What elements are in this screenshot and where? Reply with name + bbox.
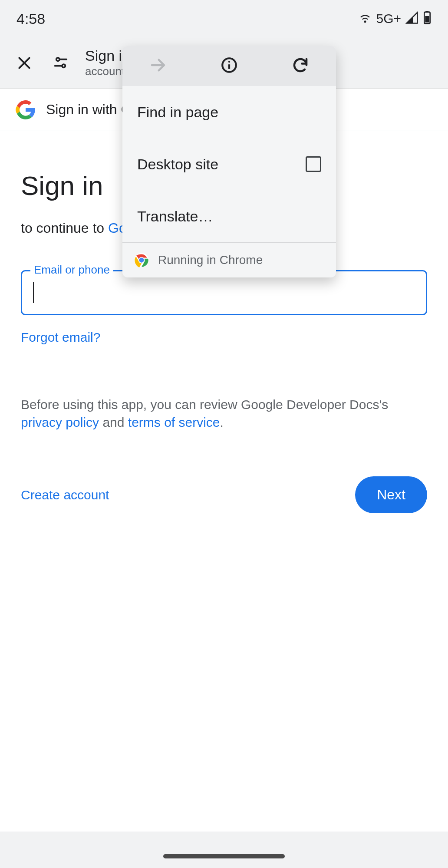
menu-footer: Running in Chrome (122, 243, 336, 277)
status-right: 5G+ (359, 11, 432, 26)
svg-rect-2 (425, 16, 429, 23)
next-button[interactable]: Next (355, 476, 427, 513)
terms-of-service-link[interactable]: terms of service (128, 415, 220, 429)
google-g-icon (16, 100, 36, 120)
disclosure-prefix: Before using this app, you can review Go… (21, 397, 388, 412)
chrome-icon (134, 252, 149, 268)
page-info-button[interactable] (220, 56, 238, 76)
svg-point-4 (62, 64, 65, 67)
email-field-label: Email or phone (30, 263, 113, 277)
status-bar: 4:58 5G+ (0, 0, 448, 37)
filter-icon[interactable] (49, 51, 73, 75)
privacy-policy-link[interactable]: privacy policy (21, 415, 99, 429)
gesture-nav-handle[interactable] (163, 854, 285, 858)
forgot-email-link[interactable]: Forgot email? (21, 330, 427, 345)
forward-button[interactable] (149, 56, 167, 76)
cell-signal-icon (405, 11, 418, 26)
svg-point-7 (228, 61, 230, 63)
continue-prefix: to continue to (21, 220, 108, 236)
menu-footer-label: Running in Chrome (158, 253, 263, 267)
svg-point-3 (56, 58, 59, 61)
menu-desktop-site-label: Desktop site (137, 156, 218, 173)
hotspot-icon (359, 11, 372, 26)
network-label: 5G+ (376, 11, 401, 26)
overflow-menu-iconrow (122, 46, 336, 86)
create-account-link[interactable]: Create account (21, 488, 109, 502)
reload-button[interactable] (291, 56, 310, 76)
disclosure-mid: and (99, 415, 128, 429)
menu-find-in-page[interactable]: Find in page (122, 86, 336, 138)
legal-disclosure: Before using this app, you can review Go… (21, 396, 427, 431)
overflow-menu: Find in page Desktop site Translate… Run… (122, 46, 336, 277)
battery-icon (423, 11, 432, 26)
menu-translate-label: Translate… (137, 208, 213, 225)
desktop-site-checkbox[interactable] (306, 156, 321, 172)
text-caret (33, 282, 34, 303)
menu-desktop-site[interactable]: Desktop site (122, 138, 336, 190)
close-button[interactable] (12, 51, 36, 75)
disclosure-suffix: . (220, 415, 224, 429)
bottom-bar (0, 832, 448, 868)
action-row: Create account Next (21, 476, 427, 513)
menu-translate[interactable]: Translate… (122, 190, 336, 242)
menu-find-in-page-label: Find in page (137, 104, 218, 121)
svg-rect-1 (426, 11, 428, 13)
status-time: 4:58 (16, 10, 45, 27)
